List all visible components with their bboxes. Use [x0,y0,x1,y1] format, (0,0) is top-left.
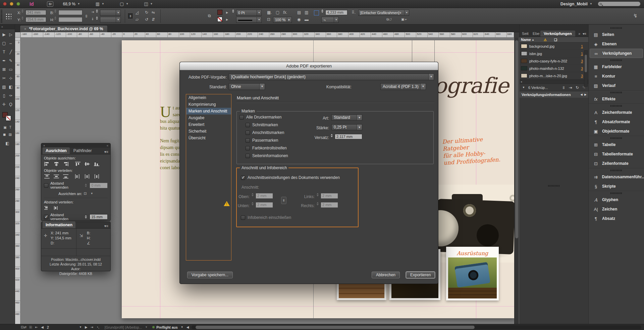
preflight-profile[interactable]: [Grundprofil] (Arbeitsp... [105,325,142,329]
spacing2-field[interactable]: 15 mm [90,214,108,220]
dock-item-verlauf[interactable]: ▨Verlauf [589,81,644,90]
chevron-down-icon[interactable]: ▼ [91,192,93,195]
dock-item-farbfelder[interactable]: ▦Farbfelder [589,62,644,72]
corner-shape-dropdown[interactable]: ¬▼ [321,17,339,23]
height-stepper[interactable] [54,16,57,20]
last-page-icon[interactable]: ⇥ [91,325,93,329]
export-icon[interactable]: ⎘ [30,325,32,329]
dock-item-absatz[interactable]: ¶Absatz [589,214,644,223]
window-zoom-dot[interactable] [16,2,20,6]
dock-item-effekte[interactable]: fxEffekte [589,94,644,104]
dock-grip[interactable] [548,185,560,187]
profile-dropdown-icon[interactable]: ▼ [145,326,148,329]
tool-icon[interactable]: ╱ [7,49,14,55]
name-column-header[interactable]: Name [521,38,531,42]
spacing-stepper[interactable] [85,184,88,187]
tool-icon[interactable]: ✎ [7,58,14,64]
panel-menu-icon[interactable]: ▾≡ [104,150,109,154]
scale-x-stepper[interactable] [96,9,99,13]
horizontal-ruler[interactable]: -180-160-140-120-100-80-60-40-2002040608… [20,32,514,38]
distribute-hspace-icon[interactable] [53,205,60,210]
text-wrap-jump-icon[interactable]: ▬ [305,17,309,22]
prev-page-icon[interactable]: ◀ [41,325,44,329]
chevron-down-icon[interactable]: ▼ [428,74,434,80]
window-minimize-dot[interactable] [10,2,13,6]
flip-vertical-icon[interactable]: ⇵ [152,17,155,22]
dock-item-verknuepfungen[interactable]: ∞Verknüpfungen [590,49,643,58]
search-input[interactable] [598,1,641,6]
unten-field[interactable]: 2 mm [256,202,273,208]
section-uebersicht[interactable]: Übersicht [186,135,231,141]
oben-field[interactable]: 2 mm [256,193,273,199]
clear-overrides-icon[interactable]: ⧉↺ [386,17,392,21]
align-bottom-icon[interactable] [94,161,100,167]
spacing2-stepper[interactable] [85,215,88,219]
tool-icon[interactable]: ▶ [1,32,7,38]
distribute-vcenter-icon[interactable] [53,174,60,179]
passermarken-checkbox[interactable] [246,138,250,143]
text-wrap-bounding-icon[interactable]: ▥ [305,10,308,15]
link-toggle-button[interactable]: ∞ [127,13,133,19]
scale-x-dropdown[interactable]: ▼ [100,10,121,16]
save-preset-button[interactable]: Vorgabe speichern... [187,272,233,278]
unten-stepper[interactable] [252,202,255,205]
view-options-dropdown[interactable]: ▥▼ [96,1,104,6]
page-dropdown-icon[interactable]: ▼ [79,326,82,329]
rotate-ccw-icon[interactable]: ↺ [145,17,148,22]
distribute-bottom-icon[interactable] [63,174,69,179]
link-info-header[interactable]: Verknüpfungsinformationen [522,93,571,97]
scrollbar-thumb[interactable] [196,326,474,329]
opacity-dropdown[interactable]: 100 %▶ [273,17,292,23]
dock-grip[interactable] [610,59,623,61]
dialog-title[interactable]: Adobe PDF exportieren [180,62,438,70]
ruler-origin-corner[interactable] [15,32,20,38]
sort-arrow-icon[interactable]: ▴ [532,38,534,41]
object-effects-icon[interactable]: ▢ [276,10,279,15]
dock-item-glyphen[interactable]: AGlyphen [589,195,644,204]
goto-link-icon[interactable]: ⇥ [569,85,572,90]
next-icon[interactable]: ▸ [584,92,586,97]
dock-grip[interactable] [610,92,623,93]
tool-icon[interactable]: ✑ [7,93,14,99]
apply-none-icon[interactable]: ▨ [8,133,11,136]
chevron-down-icon[interactable]: ▼ [259,84,265,90]
seiteninformationen-checkbox[interactable] [246,154,250,158]
section-komprimierung[interactable]: Komprimierung [186,101,231,108]
distribute-left-icon[interactable] [75,174,81,179]
tool-icon[interactable]: ✒ [1,58,7,64]
dock-item-absatzformate[interactable]: ¶Absatzformate [589,117,644,127]
object-style-dropdown[interactable]: [Einfacher Grafikrahmen]+▼ [358,10,409,16]
fx-icon[interactable]: fx. [283,10,287,15]
scroll-left-icon[interactable]: ◀ [186,325,189,329]
scrollbar-thumb[interactable] [515,40,518,238]
oben-stepper[interactable] [252,193,255,196]
cover-tagline[interactable]: Der ultimative Ratgeber für alle Hobby- … [442,135,506,167]
height-field[interactable] [58,17,83,22]
tab-pathfinder[interactable]: Pathfinder [70,147,95,154]
section-marken-und-anschnitt[interactable]: Marken und Anschnitt [186,108,231,114]
corner-options-icon[interactable] [314,10,319,15]
text-wrap-object-icon[interactable]: ◉ [297,17,301,22]
link-page[interactable]: 3 [581,74,583,78]
page-grid-icon[interactable]: ⊡⇄ [21,325,26,329]
dock-item-datenzusammenfuehrung[interactable]: ⇉Datenzusammenführ... [589,172,644,182]
dock-item-ebenen[interactable]: ◈Ebenen [589,39,644,49]
vertical-scrollbar[interactable] [514,38,519,324]
constrain-proportions-icon[interactable]: ∞ [84,15,89,18]
dock-grip[interactable] [610,170,623,171]
clock-icon[interactable]: ◔, [96,325,99,329]
chevron-down-icon[interactable]: ▼ [590,2,592,5]
tab-verknuepfungen[interactable]: Verknüpfungen [540,31,575,37]
screen-mode-dropdown[interactable]: ▢▼ [120,1,128,6]
dock-grip[interactable] [610,27,623,29]
links-stepper[interactable] [317,193,320,196]
tool-icon[interactable]: ⊹ [7,76,14,81]
panel-menu-icon[interactable]: ▾≡ [583,32,586,36]
link-page[interactable]: 3 [581,66,583,70]
panel-grip[interactable] [1,10,2,22]
links-hscrollbar[interactable]: ◂▸ [520,80,588,84]
anschnittsmarken-checkbox[interactable] [246,131,250,135]
link-page[interactable]: 1 [581,44,583,48]
versatz-field[interactable]: 2,117 mm [335,134,362,139]
align-hcenter-icon[interactable] [53,161,60,167]
